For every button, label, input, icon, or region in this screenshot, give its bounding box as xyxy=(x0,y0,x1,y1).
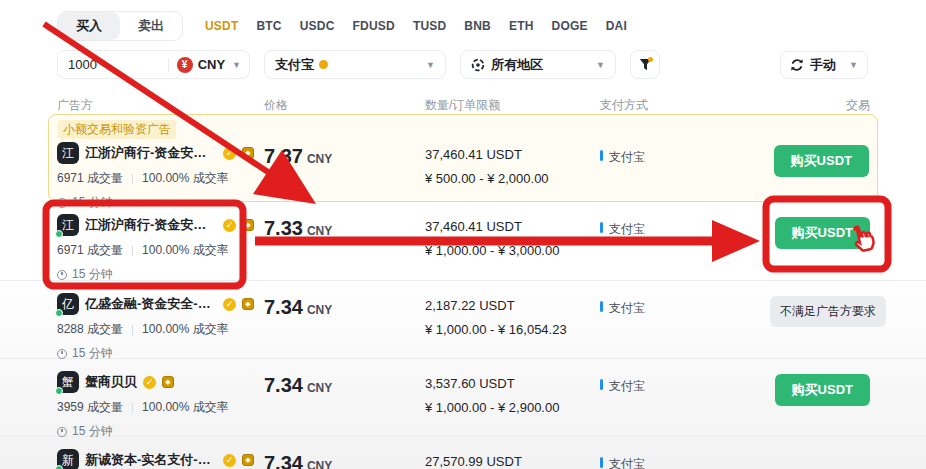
divider xyxy=(168,58,169,72)
promo-ads-box: 小额交易和验资广告 江 江浙沪商行-资金安全-实名... ✓ ◆ 6971 成交… xyxy=(48,114,878,202)
action-button[interactable]: 购买USDT xyxy=(774,145,869,177)
advanced-filter-button[interactable] xyxy=(630,50,660,79)
payment-method: 支付宝 xyxy=(609,149,645,166)
verified-check-icon: ✓ xyxy=(223,298,236,311)
alipay-color-bar xyxy=(600,379,603,390)
time-line: 15 分钟 xyxy=(57,345,264,362)
clock-icon xyxy=(57,349,67,359)
alipay-color-bar xyxy=(600,457,603,468)
alipay-color-bar xyxy=(600,150,603,161)
merchant-medal-icon: ◆ xyxy=(242,147,254,159)
merchant-medal-icon: ◆ xyxy=(242,454,254,466)
online-status-dot xyxy=(55,309,63,317)
action-button[interactable]: 购买USDT xyxy=(775,374,870,406)
price-currency: CNY xyxy=(307,459,332,469)
divider xyxy=(132,174,133,184)
fiat-label[interactable]: CNY xyxy=(198,57,225,72)
online-status-dot xyxy=(55,387,63,395)
verified-check-icon: ✓ xyxy=(223,219,236,232)
amount-cell: 27,570.99 USDT xyxy=(425,449,600,469)
advertiser-name[interactable]: 江浙沪商行-资金安全-实名... xyxy=(85,216,217,234)
filter-active-dot xyxy=(648,57,653,62)
trade-cell: 购买USDT xyxy=(775,214,870,283)
p2p-trading-page: 买入 卖出 USDTBTCUSDCFDUSDTUSDBNBETHDOGEDAI … xyxy=(0,0,926,469)
amount-input[interactable] xyxy=(68,57,154,72)
avatar[interactable]: 亿 xyxy=(57,293,79,315)
order-limit: ¥ 1,000.00 - ¥ 2,900.00 xyxy=(425,400,600,415)
col-advertiser: 广告方 xyxy=(57,97,264,114)
chevron-down-icon: ▼ xyxy=(232,60,241,70)
advertiser-name[interactable]: 蟹商贝贝 xyxy=(85,373,137,391)
time-line: 15 分钟 xyxy=(57,423,264,440)
action-button[interactable]: 不满足广告方要求 xyxy=(770,296,886,327)
available-amount: 2,187.22 USDT xyxy=(425,298,600,313)
coin-tab-usdc[interactable]: USDC xyxy=(300,19,335,33)
price-cell: 7.33CNY xyxy=(264,214,425,283)
coin-tab-usdt[interactable]: USDT xyxy=(205,19,238,33)
coin-tab-doge[interactable]: DOGE xyxy=(552,19,588,33)
time-line: 15 分钟 xyxy=(57,266,264,283)
coin-tab-dai[interactable]: DAI xyxy=(606,19,627,33)
merchant-medal-icon: ◆ xyxy=(242,219,254,231)
avatar[interactable]: 江 xyxy=(57,142,79,164)
advertiser-name[interactable]: 亿盛金融-资金安全-秒放行 xyxy=(85,295,217,313)
available-amount: 27,570.99 USDT xyxy=(425,454,600,469)
avatar[interactable]: 江 xyxy=(57,214,79,236)
cny-currency-icon: ¥ xyxy=(177,57,193,73)
payment-label: 支付宝 xyxy=(275,56,314,74)
advertiser-name[interactable]: 新诚资本-实名支付-冻结包赔 xyxy=(85,451,217,469)
available-amount: 3,537.60 USDT xyxy=(425,376,600,391)
completion-stat: 100.00% 成交率 xyxy=(142,242,229,259)
offer-list: 江 江浙沪商行-资金安全-实名... ✓ ◆ 6971 成交量 100.00% … xyxy=(0,202,926,469)
stats-line: 8288 成交量 100.00% 成交率 xyxy=(57,321,264,338)
globe-icon xyxy=(471,58,485,72)
filter-row: ¥ CNY ▼ 支付宝 ▼ 所有地区 ▼ xyxy=(57,50,660,79)
tab-sell[interactable]: 卖出 xyxy=(120,12,182,40)
clock-icon xyxy=(57,270,67,280)
payment-dropdown[interactable]: 支付宝 ▼ xyxy=(264,50,446,79)
divider xyxy=(132,246,133,256)
coin-tab-fdusd[interactable]: FDUSD xyxy=(353,19,395,33)
available-amount: 37,460.41 USDT xyxy=(425,219,600,234)
amount-cell: 2,187.22 USDT ¥ 1,000.00 - ¥ 16,054.23 xyxy=(425,293,600,362)
advertiser-name[interactable]: 江浙沪商行-资金安全-实名... xyxy=(85,144,217,162)
refresh-mode-label: 手动 xyxy=(810,56,836,74)
clock-icon xyxy=(57,427,67,437)
amount-cell: 37,460.41 USDT ¥ 1,000.00 - ¥ 3,000.00 xyxy=(425,214,600,283)
price-value: 7.37 xyxy=(264,145,303,167)
refresh-mode-dropdown[interactable]: 手动 ▼ xyxy=(780,51,868,79)
coin-tab-list: USDTBTCUSDCFDUSDTUSDBNBETHDOGEDAI xyxy=(205,19,627,33)
col-payment: 支付方式 xyxy=(600,97,770,114)
verified-check-icon: ✓ xyxy=(223,454,236,467)
amount-cell: 3,537.60 USDT ¥ 1,000.00 - ¥ 2,900.00 xyxy=(425,371,600,440)
action-button[interactable]: 购买USDT xyxy=(775,217,870,249)
avatar[interactable]: 蟹 xyxy=(57,371,79,393)
advertiser-cell: 亿 亿盛金融-资金安全-秒放行 ✓ ◆ 8288 成交量 100.00% 成交率… xyxy=(57,293,264,362)
region-dropdown[interactable]: 所有地区 ▼ xyxy=(460,50,616,79)
trade-cell: 购买USDT xyxy=(775,371,870,440)
chevron-down-icon: ▼ xyxy=(426,60,435,70)
offer-row: 江 江浙沪商行-资金安全-实名... ✓ ◆ 6971 成交量 100.00% … xyxy=(0,202,926,280)
advertiser-cell: 江 江浙沪商行-资金安全-实名... ✓ ◆ 6971 成交量 100.00% … xyxy=(57,214,264,283)
completion-stat: 100.00% 成交率 xyxy=(142,399,229,416)
col-price: 价格 xyxy=(264,97,425,114)
orders-stat: 6971 成交量 xyxy=(57,242,123,259)
offer-row: 蟹 蟹商贝贝 ✓ ◆ 3959 成交量 100.00% 成交率 15 分钟 xyxy=(0,358,926,436)
advertiser-cell: 蟹 蟹商贝贝 ✓ ◆ 3959 成交量 100.00% 成交率 15 分钟 xyxy=(57,371,264,440)
coin-tab-bnb[interactable]: BNB xyxy=(464,19,491,33)
online-status-dot xyxy=(55,230,63,238)
coin-tab-tusd[interactable]: TUSD xyxy=(413,19,446,33)
price-value: 7.34 xyxy=(264,374,303,396)
promo-ads-label: 小额交易和验资广告 xyxy=(58,120,176,139)
amount-fiat-selector: ¥ CNY ▼ xyxy=(57,50,250,79)
payment-cell: 支付宝 xyxy=(600,449,770,469)
table-header: 广告方 价格 数量/订单限额 支付方式 交易 xyxy=(57,97,870,114)
stats-line: 6971 成交量 100.00% 成交率 xyxy=(57,170,264,187)
tab-buy[interactable]: 买入 xyxy=(58,12,120,40)
offer-row: 亿 亿盛金融-资金安全-秒放行 ✓ ◆ 8288 成交量 100.00% 成交率… xyxy=(0,280,926,358)
price-currency: CNY xyxy=(307,381,332,395)
avatar[interactable]: 新 xyxy=(57,449,79,469)
price-currency: CNY xyxy=(307,152,332,166)
coin-tab-eth[interactable]: ETH xyxy=(509,19,534,33)
coin-tab-btc[interactable]: BTC xyxy=(256,19,281,33)
